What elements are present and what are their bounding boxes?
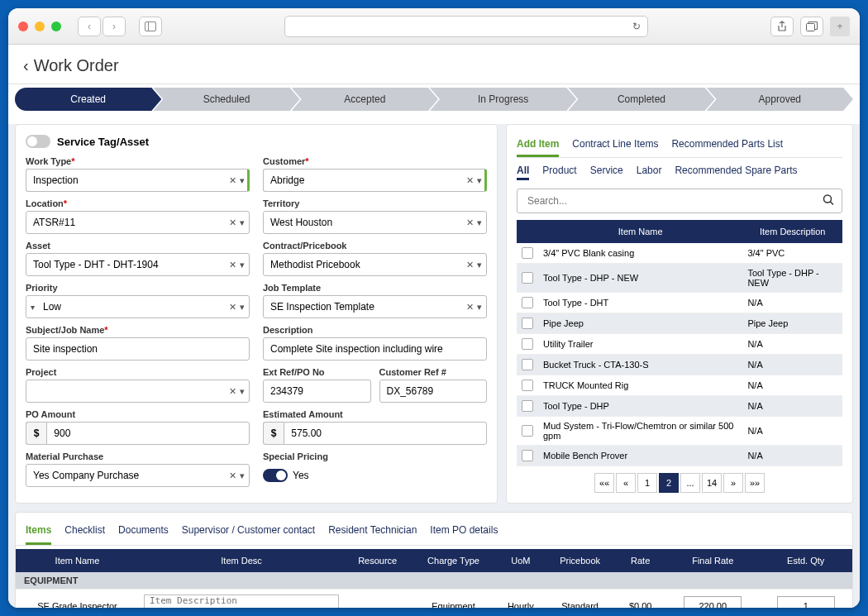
chevron-down-icon[interactable]: ▾ bbox=[240, 302, 245, 313]
chevron-down-icon[interactable]: ▾ bbox=[477, 175, 482, 186]
item-row[interactable]: Mud System - Tri-Flow/Chemtron or simila… bbox=[517, 417, 842, 446]
chevron-down-icon[interactable]: ▾ bbox=[240, 470, 245, 481]
page-next[interactable]: » bbox=[723, 473, 743, 493]
clear-icon[interactable]: ✕ bbox=[466, 260, 474, 270]
item-row[interactable]: Bucket Truck - CTA-130-SN/A bbox=[517, 355, 842, 375]
po-amount-input[interactable] bbox=[46, 422, 250, 445]
customer-input[interactable] bbox=[263, 169, 487, 192]
page-first[interactable]: «« bbox=[594, 473, 614, 493]
subtab-product[interactable]: Product bbox=[542, 163, 576, 180]
clear-icon[interactable]: ✕ bbox=[466, 175, 474, 186]
final-rate-input[interactable] bbox=[684, 596, 742, 608]
status-accepted[interactable]: Accepted bbox=[292, 88, 438, 111]
project-input[interactable] bbox=[26, 380, 250, 403]
tabs-icon[interactable] bbox=[800, 17, 823, 36]
chevron-down-icon[interactable]: ▾ bbox=[240, 386, 245, 397]
maximize-icon[interactable] bbox=[51, 21, 61, 31]
search-input[interactable] bbox=[517, 189, 842, 213]
page-last[interactable]: »» bbox=[745, 473, 765, 493]
cust-ref-input[interactable] bbox=[379, 380, 488, 403]
ext-ref-input[interactable] bbox=[263, 380, 371, 403]
item-row[interactable]: Pipe JeepPipe Jeep bbox=[517, 313, 842, 334]
item-row[interactable]: Tool Type - DHP - NEWTool Type - DHP - N… bbox=[517, 264, 842, 293]
item-desc-input[interactable] bbox=[144, 595, 339, 608]
share-icon[interactable] bbox=[770, 17, 794, 36]
item-row[interactable]: TRUCK Mounted RigN/A bbox=[517, 375, 842, 396]
clear-icon[interactable]: ✕ bbox=[229, 175, 236, 186]
subtab-spare-parts[interactable]: Recommended Spare Parts bbox=[675, 163, 797, 180]
item-row[interactable]: Tool Type - DHPN/A bbox=[517, 396, 842, 417]
minimize-icon[interactable] bbox=[35, 21, 45, 31]
row-checkbox[interactable] bbox=[522, 425, 533, 437]
subject-input[interactable] bbox=[26, 337, 250, 361]
clear-icon[interactable]: ✕ bbox=[229, 217, 236, 228]
chevron-down-icon[interactable]: ▾ bbox=[477, 217, 482, 228]
asset-input[interactable] bbox=[26, 253, 250, 276]
btab-checklist[interactable]: Checklist bbox=[64, 521, 105, 545]
status-scheduled[interactable]: Scheduled bbox=[153, 88, 299, 111]
btab-resident-tech[interactable]: Resident Technician bbox=[328, 521, 417, 545]
reload-icon[interactable]: ↻ bbox=[632, 21, 641, 32]
row-checkbox[interactable] bbox=[522, 450, 533, 461]
clear-icon[interactable]: ✕ bbox=[229, 302, 236, 313]
page-1[interactable]: 1 bbox=[637, 473, 657, 493]
clear-icon[interactable]: ✕ bbox=[229, 386, 236, 397]
subtab-all[interactable]: All bbox=[517, 163, 529, 180]
chevron-down-icon[interactable]: ▾ bbox=[477, 260, 482, 270]
material-input[interactable] bbox=[26, 464, 250, 487]
row-checkbox[interactable] bbox=[522, 400, 533, 412]
btab-item-po[interactable]: Item PO details bbox=[430, 521, 498, 545]
tab-contract-line-items[interactable]: Contract Line Items bbox=[572, 135, 658, 157]
row-checkbox[interactable] bbox=[522, 318, 533, 329]
subtab-service[interactable]: Service bbox=[590, 163, 623, 180]
status-approved[interactable]: Approved bbox=[707, 88, 853, 111]
page-14[interactable]: 14 bbox=[702, 473, 722, 493]
address-bar[interactable]: ↻ bbox=[284, 16, 648, 37]
est-amount-input[interactable] bbox=[284, 422, 487, 445]
subtab-labor[interactable]: Labor bbox=[637, 163, 662, 180]
back-chevron-icon[interactable]: ‹ bbox=[23, 56, 29, 75]
clear-icon[interactable]: ✕ bbox=[466, 217, 474, 228]
clear-icon[interactable]: ✕ bbox=[229, 260, 236, 270]
tab-recommended-parts[interactable]: Recommended Parts List bbox=[671, 135, 783, 157]
btab-supervisor[interactable]: Supervisor / Customer contact bbox=[182, 521, 315, 545]
sidebar-toggle-icon[interactable] bbox=[139, 17, 162, 36]
item-row[interactable]: Tool Type - DHTN/A bbox=[517, 293, 842, 313]
back-button[interactable]: ‹ bbox=[78, 17, 101, 36]
status-in-progress[interactable]: In Progress bbox=[430, 88, 576, 111]
chevron-down-icon[interactable]: ▾ bbox=[240, 217, 245, 228]
item-row[interactable]: Mobile Bench ProverN/A bbox=[517, 446, 842, 466]
chevron-down-icon[interactable]: ▾ bbox=[240, 260, 245, 270]
priority-input[interactable] bbox=[26, 295, 250, 318]
status-completed[interactable]: Completed bbox=[568, 88, 714, 111]
location-input[interactable] bbox=[26, 211, 250, 234]
status-created[interactable]: Created bbox=[15, 88, 161, 111]
contract-input[interactable] bbox=[263, 253, 487, 276]
clear-icon[interactable]: ✕ bbox=[466, 302, 474, 313]
forward-button[interactable]: › bbox=[103, 17, 126, 36]
close-icon[interactable] bbox=[18, 21, 28, 31]
special-pricing-toggle[interactable] bbox=[263, 469, 288, 482]
page-2[interactable]: 2 bbox=[659, 473, 679, 493]
territory-input[interactable] bbox=[263, 211, 487, 234]
item-row[interactable]: 3/4" PVC Blank casing3/4" PVC bbox=[517, 243, 842, 264]
row-checkbox[interactable] bbox=[522, 247, 533, 259]
row-checkbox[interactable] bbox=[522, 380, 533, 391]
service-tag-toggle[interactable] bbox=[26, 135, 50, 148]
btab-items[interactable]: Items bbox=[26, 521, 51, 545]
row-checkbox[interactable] bbox=[522, 272, 533, 284]
search-icon[interactable] bbox=[823, 194, 834, 208]
row-checkbox[interactable] bbox=[522, 338, 533, 350]
row-checkbox[interactable] bbox=[522, 359, 533, 370]
new-tab-button[interactable]: + bbox=[830, 17, 850, 36]
chevron-down-icon[interactable]: ▾ bbox=[477, 302, 482, 313]
job-template-input[interactable] bbox=[263, 295, 487, 318]
page-prev[interactable]: « bbox=[616, 473, 636, 493]
btab-documents[interactable]: Documents bbox=[118, 521, 169, 545]
qty-input[interactable] bbox=[777, 596, 835, 608]
tab-add-item[interactable]: Add Item bbox=[517, 135, 559, 157]
work-type-input[interactable] bbox=[26, 169, 250, 192]
row-checkbox[interactable] bbox=[522, 297, 533, 308]
item-row[interactable]: Utility TrailerN/A bbox=[517, 334, 842, 355]
chevron-down-icon[interactable]: ▾ bbox=[240, 175, 245, 186]
